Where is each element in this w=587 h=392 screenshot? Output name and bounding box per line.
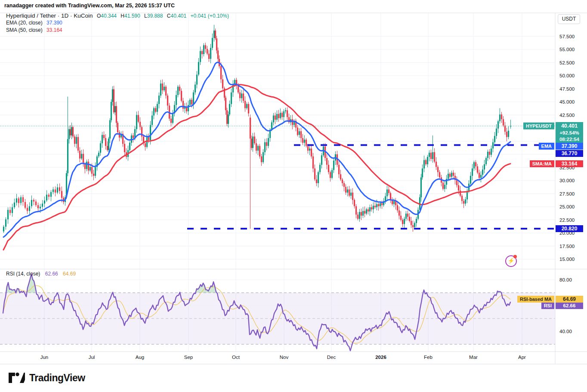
sma-label: SMA (50, close) <box>6 27 43 33</box>
last-price-value: 40.401 <box>556 122 583 130</box>
high-label: H <box>120 13 124 19</box>
ema-label: EMA (20, close) <box>6 20 43 26</box>
rsi-legend-label: RSI (14, close) <box>6 271 40 277</box>
symbol-price-label-badge: HYPEUSDT <box>523 122 554 129</box>
symbol-legend-row[interactable]: Hyperliquid / Tether · 1D · KuCoin O40.3… <box>6 12 229 19</box>
open-value: 40.344 <box>101 13 117 19</box>
sma-value: 33.164 <box>46 27 62 33</box>
price-axis-label: 47.500 <box>555 86 587 92</box>
price-axis-label: 30.000 <box>555 178 587 184</box>
rsi-axis-badge: 62.66 <box>556 303 583 309</box>
bar-countdown: 08:22:54 <box>556 136 583 143</box>
currency-unit-button[interactable]: USDT <box>558 14 580 24</box>
open-label: O <box>97 13 101 19</box>
close-value: 40.401 <box>170 13 186 19</box>
price-axis-label: 17.500 <box>555 243 587 249</box>
support-line-axis-badge: 20.820 <box>556 225 583 232</box>
rsi-ma-axis-badge: 64.69 <box>556 296 583 303</box>
time-axis-label: Dec <box>318 355 344 360</box>
price-axis-label: 45.000 <box>555 99 587 105</box>
sma-axis-badge: 33.164 <box>556 160 583 167</box>
rsi-legend-value: 62.66 <box>45 271 58 277</box>
rsi-axis-label: 40.00 <box>555 328 587 334</box>
rsi-legend-row[interactable]: RSI (14, close) 62.66 64.69 <box>6 271 76 277</box>
low-label: L <box>144 13 147 19</box>
ema-line-label-badge: EMA <box>539 143 554 150</box>
time-axis-label: Mar <box>460 355 486 360</box>
time-axis-label: Oct <box>223 355 249 360</box>
rsi-axis-label: 80.00 <box>555 277 587 283</box>
rsi-ma-label-badge: RSI-based MA <box>517 296 554 303</box>
sma-line-label-badge: SMA:MA <box>530 160 554 167</box>
chart-canvas[interactable] <box>0 0 587 392</box>
time-axis-label: Aug <box>127 355 153 360</box>
price-axis-label: 55.000 <box>555 46 587 52</box>
price-axis-label: 27.500 <box>555 191 587 197</box>
time-axis-label: Apr <box>509 355 535 360</box>
price-axis-label: 22.500 <box>555 217 587 223</box>
sma-legend-row[interactable]: SMA (50, close) 33.164 <box>6 27 62 33</box>
notification-dot-icon <box>513 255 517 258</box>
time-axis-label: Sep <box>176 355 201 360</box>
low-value: 39.888 <box>147 13 163 19</box>
time-axis-label: Jul <box>79 355 105 360</box>
price-axis-label: 42.500 <box>555 112 587 118</box>
high-value: 41.590 <box>124 13 140 19</box>
tradingview-logo[interactable]: TradingView <box>8 371 85 384</box>
rsi-ma-legend-value: 64.69 <box>63 271 76 277</box>
last-price-axis-badge: 40.401 +92.54% 08:22:54 <box>556 122 583 143</box>
lightning-icon: ⚡ <box>507 257 514 264</box>
ema-value: 37.390 <box>46 20 62 26</box>
change-percent-value: +92.54% <box>556 130 583 136</box>
ema-legend-row[interactable]: EMA (20, close) 37.390 <box>6 20 62 26</box>
rsi-label-badge: RSI <box>541 303 554 309</box>
tradingview-mark-icon <box>8 371 25 384</box>
tradingview-chart-page: ranadagger created with TradingView.com,… <box>0 0 587 392</box>
time-axis-label: Jun <box>31 355 57 360</box>
symbol-title: Hyperliquid / Tether · 1D · KuCoin <box>6 12 93 19</box>
time-axis-label: 2026 <box>368 355 394 360</box>
price-axis-label: 52.500 <box>555 60 587 66</box>
resistance-line-axis-badge: 36.770 <box>556 150 583 157</box>
ema-axis-badge: 37.390 <box>556 143 583 150</box>
price-axis-label: 15.000 <box>555 256 587 262</box>
price-axis-label: 57.500 <box>555 34 587 40</box>
time-axis-label: Nov <box>271 355 297 360</box>
boost-button[interactable]: ⚡ <box>505 255 517 267</box>
price-axis-label: 50.000 <box>555 73 587 79</box>
price-axis-label: 25.000 <box>555 204 587 210</box>
time-axis-label: Feb <box>415 355 441 360</box>
tradingview-logo-text: TradingView <box>29 372 85 384</box>
change-value: +0.041 (+0.10%) <box>191 13 229 19</box>
